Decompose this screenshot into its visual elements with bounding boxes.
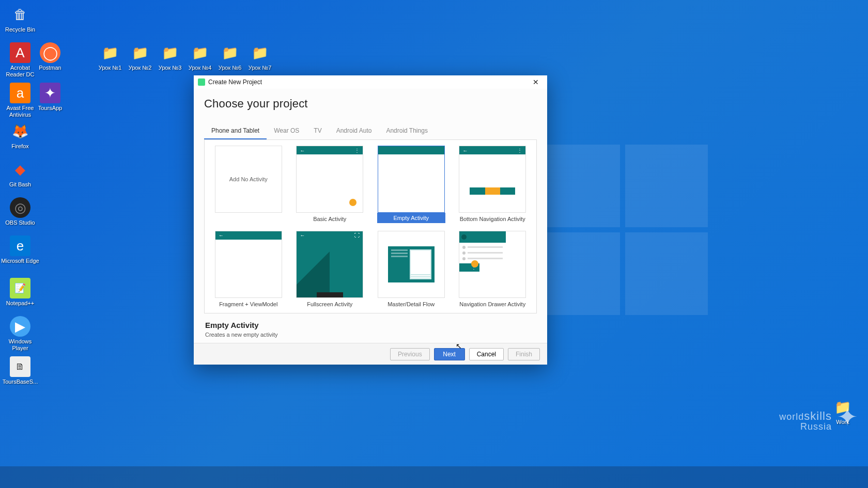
toursbase-icon: 🗎 bbox=[10, 356, 30, 377]
desktop-icon-label: Postman bbox=[31, 65, 69, 71]
template-label: Empty Activity bbox=[377, 213, 445, 223]
desktop-icon-label: Урок №7 bbox=[241, 65, 279, 71]
form-factor-tabs: Phone and Tablet Wear OS TV Android Auto… bbox=[204, 123, 537, 140]
folder-icon: 📁 bbox=[250, 42, 270, 63]
template-grid: Add No Activity . ←⋮ Basic Activity Empt… bbox=[204, 140, 537, 313]
desktop-icon-wmplayer[interactable]: ▶ Windows Player bbox=[1, 316, 39, 351]
close-button[interactable]: ✕ bbox=[526, 75, 545, 89]
desktop-icon-postman[interactable]: ◯ Postman bbox=[31, 42, 69, 71]
desktop-icon-notepadpp[interactable]: 📝 Notepad++ bbox=[1, 278, 39, 307]
template-description: Empty Activity Creates a new empty activ… bbox=[204, 313, 537, 343]
watermark-line3: Russia bbox=[800, 421, 832, 432]
desktop-icon-gitbash[interactable]: ◆ Git Bash bbox=[1, 159, 39, 188]
folder-icon: 📁 bbox=[220, 42, 240, 63]
desktop-icon-toursapp[interactable]: ✦ ToursApp bbox=[31, 83, 69, 112]
desktop-icon-firefox[interactable]: 🦊 Firefox bbox=[1, 121, 39, 150]
desktop-icon-label: ToursApp bbox=[31, 105, 69, 112]
cancel-button[interactable]: Cancel bbox=[469, 348, 504, 360]
folder-icon: 📁 bbox=[190, 42, 210, 63]
template-label: Fragment + ViewModel bbox=[219, 301, 277, 307]
windows-logo-bg bbox=[537, 145, 713, 320]
dialog-title: Create New Project bbox=[208, 78, 262, 86]
template-add-no-activity[interactable]: Add No Activity . bbox=[210, 145, 287, 224]
android-studio-icon bbox=[198, 78, 205, 86]
dialog-footer: Previous Next Cancel Finish bbox=[194, 343, 547, 365]
watermark-line1: world bbox=[779, 412, 804, 422]
desktop-icon-label: Recycle Bin bbox=[1, 26, 39, 33]
template-fullscreen-activity[interactable]: ←⛶ Fullscreen Activity bbox=[291, 230, 369, 308]
desktop-icon-label: Firefox bbox=[1, 143, 39, 150]
tab-phone-tablet[interactable]: Phone and Tablet bbox=[204, 123, 267, 139]
desktop-icon-label: Microsoft Edge bbox=[1, 258, 39, 264]
template-label: Master/Detail Flow bbox=[388, 301, 435, 307]
obs-icon: ◎ bbox=[10, 197, 30, 218]
desktop-icon-label: Notepad++ bbox=[1, 300, 39, 307]
recycle-bin-icon: 🗑 bbox=[10, 4, 30, 25]
next-button[interactable]: Next bbox=[434, 348, 465, 360]
edge-icon: e bbox=[10, 235, 30, 256]
dialog-heading: Choose your project bbox=[204, 97, 537, 111]
selected-template-desc: Creates a new empty activity bbox=[205, 332, 536, 338]
wmplayer-icon: ▶ bbox=[10, 316, 30, 337]
template-label: Bottom Navigation Activity bbox=[460, 216, 525, 222]
template-label: Basic Activity bbox=[313, 216, 346, 222]
desktop-icon-recycle-bin[interactable]: 🗑 Recycle Bin bbox=[1, 4, 39, 33]
toursapp-icon: ✦ bbox=[40, 83, 60, 103]
folder-icon: 📁 bbox=[130, 42, 150, 63]
create-project-dialog: Create New Project ✕ Choose your project… bbox=[194, 75, 547, 365]
template-label: Navigation Drawer Activity bbox=[459, 301, 525, 307]
worldskills-watermark: worldskills Russia ✦ bbox=[779, 402, 858, 431]
desktop-icon-toursbase[interactable]: 🗎 ToursBaseS... bbox=[1, 356, 39, 385]
desktop-icon-edge[interactable]: e Microsoft Edge bbox=[1, 235, 39, 264]
acrobat-icon: A bbox=[10, 42, 30, 63]
firefox-icon: 🦊 bbox=[10, 121, 30, 141]
desktop-icon-obs[interactable]: ◎ OBS Studio bbox=[1, 197, 39, 226]
tab-android-things[interactable]: Android Things bbox=[379, 123, 435, 139]
template-navigation-drawer[interactable]: ⋮ Navigation Drawer Activity bbox=[454, 230, 532, 308]
desktop-icon-label: OBS Studio bbox=[1, 219, 39, 226]
dialog-titlebar[interactable]: Create New Project ✕ bbox=[194, 75, 547, 89]
notepadpp-icon: 📝 bbox=[10, 278, 30, 298]
tab-wear-os[interactable]: Wear OS bbox=[267, 123, 306, 139]
watermark-line2: skills bbox=[804, 410, 832, 422]
desktop-icon-label: Windows Player bbox=[1, 338, 39, 351]
gitbash-icon: ◆ bbox=[10, 159, 30, 180]
template-bottom-navigation[interactable]: ←⋮ Bottom Navigation Activity bbox=[454, 145, 532, 224]
tab-tv[interactable]: TV bbox=[306, 123, 329, 139]
desktop-icon-lesson6[interactable]: 📁 Урок №7 bbox=[241, 42, 279, 71]
tab-android-auto[interactable]: Android Auto bbox=[329, 123, 379, 139]
avast-icon: a bbox=[10, 83, 30, 103]
selected-template-title: Empty Activity bbox=[205, 321, 536, 329]
postman-icon: ◯ bbox=[40, 42, 60, 63]
template-fragment-viewmodel[interactable]: ← Fragment + ViewModel bbox=[210, 230, 287, 308]
finish-button: Finish bbox=[508, 348, 540, 360]
template-empty-activity[interactable]: Empty Activity bbox=[373, 145, 450, 224]
template-master-detail[interactable]: Master/Detail Flow bbox=[373, 230, 450, 308]
previous-button: Previous bbox=[390, 348, 430, 360]
windows-taskbar[interactable] bbox=[0, 466, 868, 488]
desktop-icon-label: Git Bash bbox=[1, 181, 39, 188]
folder-icon: 📁 bbox=[160, 42, 180, 63]
folder-icon: 📁 bbox=[100, 42, 120, 63]
template-label: Fullscreen Activity bbox=[307, 301, 352, 307]
template-preview-label: Add No Activity bbox=[229, 176, 268, 182]
desktop-icon-label: ToursBaseS... bbox=[1, 379, 39, 385]
template-basic-activity[interactable]: ←⋮ Basic Activity bbox=[291, 145, 369, 224]
star-icon: ✦ bbox=[837, 402, 858, 431]
